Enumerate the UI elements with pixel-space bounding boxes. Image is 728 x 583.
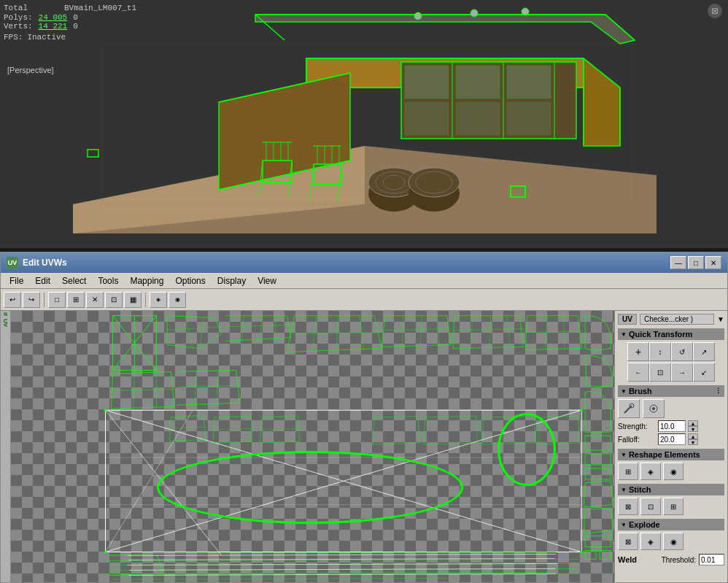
weld-label: Weld bbox=[618, 555, 637, 564]
menu-mapping[interactable]: Mapping bbox=[124, 273, 169, 288]
strength-input[interactable] bbox=[658, 420, 686, 432]
svg-point-51 bbox=[408, 168, 460, 197]
svg-line-76 bbox=[385, 329, 451, 331]
svg-line-139 bbox=[624, 406, 632, 413]
svg-line-64 bbox=[185, 316, 193, 349]
toolbar-sep-2 bbox=[145, 293, 146, 307]
svg-line-86 bbox=[527, 331, 581, 333]
viewport-maximize-btn[interactable]: ⊠ bbox=[708, 4, 722, 18]
strength-up-btn[interactable]: ▲ bbox=[688, 420, 698, 426]
maximize-button[interactable]: □ bbox=[688, 256, 704, 269]
reshape-btn-2[interactable]: ◈ bbox=[640, 463, 661, 480]
menu-view[interactable]: View bbox=[252, 273, 282, 288]
stitch-btn-2[interactable]: ⊡ bbox=[640, 498, 661, 515]
svg-line-67 bbox=[242, 316, 244, 341]
svg-rect-96 bbox=[600, 550, 611, 559]
toolbar-rect-btn[interactable]: □ bbox=[48, 292, 66, 308]
svg-rect-18 bbox=[405, 102, 449, 135]
svg-line-120 bbox=[129, 568, 555, 570]
checker-dropdown-btn[interactable]: ▼ bbox=[717, 315, 724, 323]
window-icon: UV bbox=[7, 257, 18, 269]
svg-point-112 bbox=[104, 550, 107, 553]
menu-display[interactable]: Display bbox=[212, 273, 252, 288]
uvw-content: if UV bbox=[1, 311, 727, 582]
viewport-stats: Total BVmain_LM007_t1 Polys: 24 005 0 Ve… bbox=[4, 4, 136, 42]
uv-canvas[interactable] bbox=[11, 311, 614, 582]
svg-point-56 bbox=[414, 12, 422, 20]
reshape-btn-3[interactable]: ◉ bbox=[663, 463, 684, 480]
toolbar-move-btn[interactable]: ↩ bbox=[4, 292, 21, 308]
svg-rect-19 bbox=[456, 102, 500, 135]
reshape-btn-1[interactable]: ⊞ bbox=[618, 463, 638, 480]
falloff-up-btn[interactable]: ▲ bbox=[688, 433, 698, 439]
toolbar-extra-1[interactable]: ◈ bbox=[150, 292, 167, 308]
svg-rect-17 bbox=[507, 66, 551, 99]
uvw-window: UV Edit UVWs — □ ✕ File Edit Select Tool… bbox=[0, 252, 728, 583]
strength-down-btn[interactable]: ▼ bbox=[688, 426, 698, 432]
qt-icon-2[interactable]: ↕ bbox=[649, 342, 671, 361]
svg-line-117 bbox=[127, 554, 556, 555]
falloff-input[interactable] bbox=[658, 433, 686, 445]
menu-tools[interactable]: Tools bbox=[92, 273, 124, 288]
qt-icon-3[interactable]: ↺ bbox=[671, 342, 693, 361]
qt-icon-1[interactable]: + bbox=[627, 342, 649, 361]
minimize-button[interactable]: — bbox=[670, 256, 686, 269]
left-uv-label: UV bbox=[2, 319, 9, 327]
svg-rect-16 bbox=[456, 66, 500, 99]
falloff-down-btn[interactable]: ▼ bbox=[688, 439, 698, 445]
qt-icon-6[interactable]: ⊡ bbox=[649, 363, 671, 382]
menubar: File Edit Select Tools Mapping Options D… bbox=[1, 273, 727, 289]
explode-btn-3[interactable]: ◉ bbox=[663, 533, 684, 550]
filename-label: BVmain_LM007_t1 bbox=[64, 4, 136, 12]
section-explode: ▼ Explode bbox=[618, 519, 724, 530]
checker-selector[interactable]: Checke...cker ) bbox=[640, 314, 714, 325]
stitch-btn-3[interactable]: ⊞ bbox=[663, 498, 684, 515]
toolbar-cross-btn[interactable]: ✕ bbox=[86, 292, 104, 308]
menu-options[interactable]: Options bbox=[169, 273, 211, 288]
menu-edit[interactable]: Edit bbox=[29, 273, 56, 288]
toolbar-rotate-btn[interactable]: ↪ bbox=[23, 292, 40, 308]
svg-line-121 bbox=[128, 574, 556, 575]
qt-icon-4[interactable]: ↗ bbox=[693, 342, 715, 361]
left-if-label: if bbox=[2, 312, 9, 316]
svg-line-98 bbox=[112, 389, 174, 390]
svg-line-63 bbox=[167, 327, 222, 331]
polys-total: 24 005 bbox=[39, 13, 68, 22]
svg-marker-93 bbox=[584, 509, 613, 534]
svg-line-119 bbox=[127, 563, 557, 565]
qt-icon-5[interactable]: ← bbox=[627, 363, 649, 382]
toolbar-extra-2[interactable]: ◉ bbox=[169, 292, 186, 308]
close-button[interactable]: ✕ bbox=[705, 256, 721, 269]
svg-marker-92 bbox=[584, 481, 613, 507]
explode-btn-1[interactable]: ⊠ bbox=[618, 533, 638, 550]
toolbar-dots-btn[interactable]: ▦ bbox=[124, 292, 142, 308]
section-reshape: ▼ Reshape Elements bbox=[618, 449, 724, 460]
brush-btn-2[interactable] bbox=[643, 399, 665, 418]
toolbar-grid-btn[interactable]: ⊞ bbox=[67, 292, 85, 308]
verts-selected: 0 bbox=[73, 22, 78, 31]
menu-file[interactable]: File bbox=[4, 273, 29, 288]
svg-line-118 bbox=[128, 558, 554, 560]
svg-line-126 bbox=[163, 572, 549, 574]
svg-line-79 bbox=[436, 316, 440, 346]
viewport-corner-label: [Perspective] bbox=[7, 66, 54, 74]
explode-btn-2[interactable]: ◈ bbox=[640, 533, 661, 550]
stitch-btn-1[interactable]: ⊠ bbox=[618, 498, 638, 515]
svg-line-101 bbox=[178, 385, 240, 387]
threshold-input[interactable] bbox=[699, 554, 724, 565]
toolbar-checker-btn[interactable]: ⊡ bbox=[105, 292, 123, 308]
brush-btn-1[interactable] bbox=[618, 399, 640, 418]
section-quick-transform: ▼ Quick Transform bbox=[618, 328, 724, 340]
svg-line-84 bbox=[507, 316, 511, 347]
menu-select[interactable]: Select bbox=[56, 273, 92, 288]
svg-line-66 bbox=[225, 325, 291, 327]
svg-point-111 bbox=[580, 550, 583, 553]
uv-wireframe-svg bbox=[11, 311, 614, 582]
brush-options-btn[interactable]: ⋮ bbox=[715, 387, 721, 395]
qt-icon-8[interactable]: ↙ bbox=[693, 363, 715, 382]
svg-marker-75 bbox=[382, 316, 451, 347]
window-controls: — □ ✕ bbox=[670, 256, 721, 269]
svg-line-68 bbox=[260, 316, 262, 341]
svg-rect-15 bbox=[405, 66, 449, 99]
qt-icon-7[interactable]: → bbox=[671, 363, 693, 382]
